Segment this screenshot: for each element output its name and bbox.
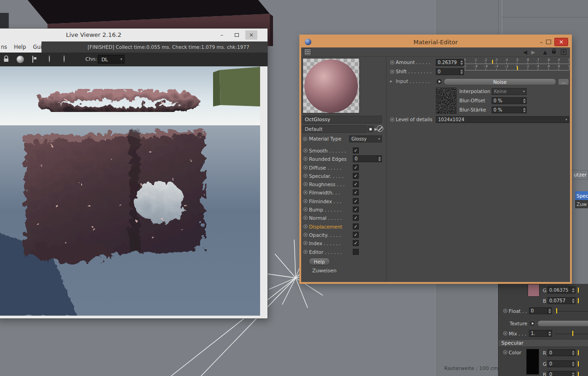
channel-checkbox-filmwidth[interactable]: ✓ [353,189,359,195]
b-slider-handle[interactable] [578,298,579,303]
texture-node-button[interactable] [529,320,535,327]
region-render-icon[interactable] [32,56,33,63]
r2-slider-handle[interactable] [578,350,579,355]
channel-checkbox-specular[interactable]: ✓ [353,173,359,179]
mix-anim-dot-icon[interactable] [503,331,507,335]
channel-dropdown[interactable]: DL ▾ [98,55,125,64]
channel-checkbox-filmindex[interactable]: ✓ [353,198,359,204]
add-box-icon[interactable]: + [561,49,566,55]
channel-anim-dot-icon[interactable] [303,174,308,178]
material-preview[interactable] [303,58,360,113]
mix-slider-handle[interactable] [572,331,573,336]
float-value-field[interactable]: 0 [529,307,552,314]
specular-color-swatch[interactable] [526,349,539,375]
float-anim-dot-icon[interactable] [503,309,507,313]
minimize-button[interactable]: – [540,39,543,46]
channel-checkbox-editor[interactable] [353,249,359,255]
more-options-button[interactable]: ... [558,78,569,85]
channel-checkbox-opacity[interactable]: ✓ [353,232,359,238]
float-slider-track[interactable] [555,311,588,311]
render-view[interactable] [0,66,260,316]
lock-icon[interactable] [551,48,557,56]
r2-value-field[interactable]: 0 [547,349,576,356]
float-slider-handle[interactable] [556,308,557,313]
help-button[interactable]: Help [309,258,330,265]
selected-item-spec[interactable]: Spec [575,191,588,200]
material-type-dropdown[interactable]: Glossy▾ [349,135,382,142]
color-anim-dot-icon[interactable] [503,350,507,354]
nav-up-icon[interactable]: ▲ [543,50,547,55]
channel-checkbox-normal[interactable]: ✓ [353,215,359,221]
close-button[interactable]: × [554,38,568,46]
g2-value-field[interactable]: 0 [547,360,576,367]
specular-section-header[interactable]: Specular [499,339,588,347]
maximize-button[interactable] [546,40,551,44]
live-viewer-titlebar[interactable]: Live Viewer 2.16.2 – × [0,29,267,41]
scale-marker[interactable] [492,60,493,64]
channel-anim-dot-icon[interactable] [303,190,308,194]
channel-anim-dot-icon[interactable] [303,224,308,229]
g-slider-handle[interactable] [578,288,579,293]
shift-anim-dot-icon[interactable] [390,70,394,74]
blur-offset-field[interactable]: 0 % [492,97,527,104]
close-button[interactable]: × [245,30,257,40]
channel-anim-dot-icon[interactable] [303,157,308,161]
input-expander-icon[interactable]: ▸ [390,79,392,83]
pick-focus-icon[interactable] [49,55,50,62]
channel-checkbox-roughness[interactable]: ✓ [353,181,359,187]
background-tab-cut[interactable]: utzer [571,170,588,180]
texture-bar[interactable] [537,320,588,327]
grid-icon[interactable] [304,48,311,56]
lod-anim-dot-icon[interactable] [390,118,394,122]
preset-dropdown[interactable]: Default [303,125,367,133]
g2-slider-handle[interactable] [578,361,579,366]
color-swatch-mauve[interactable] [528,284,540,297]
pick-material-icon[interactable] [64,55,65,62]
channel-checkbox-bump[interactable]: ✓ [353,206,359,212]
noise-texture-thumbnail[interactable] [436,88,457,114]
channel-anim-dot-icon[interactable] [303,182,308,186]
minimize-button[interactable]: – [216,30,228,40]
channel-checkbox-displacement[interactable]: ✓ [353,223,359,229]
channel-anim-dot-icon[interactable] [303,233,308,237]
nav-forward-icon[interactable]: ▶ [531,50,535,55]
mix-slider-track[interactable] [555,334,588,334]
material-type-anim-dot-icon[interactable] [303,137,307,141]
scale-marker[interactable] [517,66,518,70]
channel-anim-dot-icon[interactable] [303,199,308,203]
g-value-field[interactable]: 0.06375 [547,287,576,294]
input-node-button[interactable] [436,78,442,85]
nav-back-icon[interactable]: ◀ [523,50,527,55]
render-sphere-icon[interactable] [17,56,24,63]
blur-strength-field[interactable]: 0 % [492,106,527,113]
channel-spinner-rounded-edges[interactable]: 0 [353,155,382,162]
channel-checkbox-smooth[interactable]: ✓ [353,147,359,153]
material-name-field[interactable]: OctGlossy [303,116,382,123]
maximize-button[interactable] [231,30,243,40]
channel-anim-dot-icon[interactable] [303,207,308,212]
amount-value-field[interactable]: 0.26379 [436,59,464,66]
shift-scale[interactable]: -1-.8-.6-.4-.20.2.4.6.81 [465,65,569,71]
channel-anim-dot-icon[interactable] [303,241,308,245]
channel-anim-dot-icon[interactable] [303,216,308,220]
shift-value-field[interactable]: 0 [436,68,464,75]
channel-checkbox-index[interactable]: ✓ [353,240,359,246]
interpolation-dropdown[interactable]: Keine▾ [492,88,527,95]
preview-disable-icon[interactable] [377,125,383,132]
amount-scale[interactable]: 0.1.2.3.4.5.6.7.8.91 [465,58,569,65]
preset-swatch-button[interactable] [368,126,374,132]
lod-dropdown[interactable]: 1024x1024▾ [436,116,569,123]
lock-icon[interactable] [3,55,10,64]
item-zuweisen-cut[interactable]: Zuw [575,200,588,208]
b-value-field[interactable]: 0.0757 [547,297,576,304]
menu-item-gui[interactable]: Gui [33,44,42,50]
channel-anim-dot-icon[interactable] [303,165,308,170]
channel-checkbox-diffuse[interactable]: ✓ [353,164,359,170]
b2-value-field[interactable]: 0 [547,371,576,376]
b2-slider-handle[interactable] [578,372,579,376]
material-editor-titlebar[interactable]: Material-Editor – × [301,36,570,47]
menu-item-cut[interactable]: ns [1,44,7,50]
channel-anim-dot-icon[interactable] [303,148,308,153]
amount-anim-dot-icon[interactable] [390,60,394,65]
channel-anim-dot-icon[interactable] [303,250,308,254]
